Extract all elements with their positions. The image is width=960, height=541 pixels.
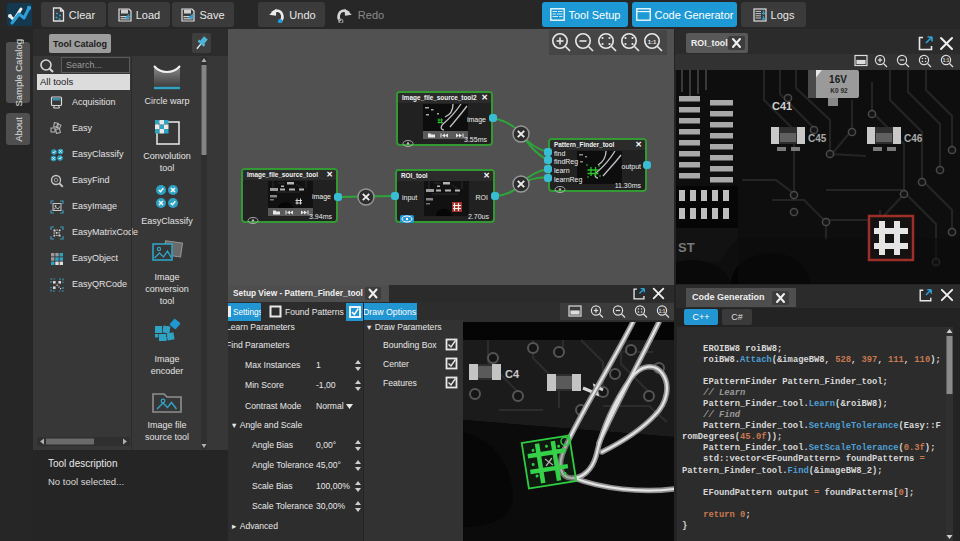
svg-text:16V: 16V: [829, 74, 847, 85]
svg-text:K0 92: K0 92: [830, 87, 848, 94]
svg-text:C46: C46: [904, 133, 923, 144]
svg-text:ST: ST: [678, 240, 695, 255]
svg-text:C41: C41: [772, 100, 792, 112]
svg-text:1:1: 1:1: [943, 58, 950, 63]
svg-text:C45: C45: [808, 133, 827, 144]
svg-text:1:1: 1:1: [659, 309, 666, 314]
svg-text:C4: C4: [505, 368, 520, 380]
